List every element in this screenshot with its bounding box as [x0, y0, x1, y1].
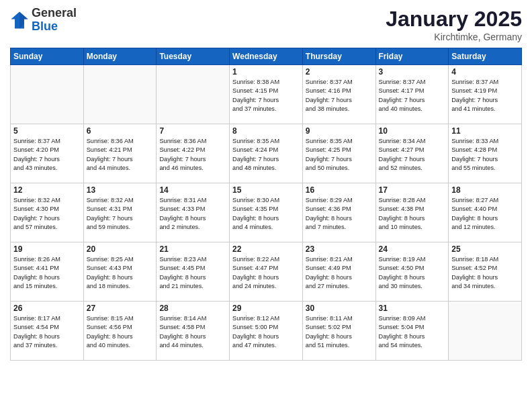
day-number: 9 [306, 126, 373, 136]
calendar-cell: 2Sunrise: 8:37 AM Sunset: 4:16 PM Daylig… [302, 65, 375, 124]
location: Kirchtimke, Germany [386, 32, 522, 42]
calendar-week-1: 5Sunrise: 8:37 AM Sunset: 4:20 PM Daylig… [11, 124, 522, 183]
calendar-cell [449, 302, 522, 361]
logo-icon [10, 11, 29, 30]
logo: General Blue [10, 7, 77, 34]
day-info: Sunrise: 8:11 AM Sunset: 5:02 PM Dayligh… [306, 314, 373, 350]
day-number: 24 [379, 244, 446, 254]
day-info: Sunrise: 8:17 AM Sunset: 4:54 PM Dayligh… [13, 314, 81, 350]
day-number: 13 [87, 185, 154, 195]
calendar-cell [11, 65, 84, 124]
day-number: 12 [13, 185, 81, 195]
day-number: 4 [451, 67, 519, 77]
day-number: 20 [87, 244, 154, 254]
calendar-cell: 18Sunrise: 8:27 AM Sunset: 4:40 PM Dayli… [449, 183, 522, 242]
calendar-cell: 8Sunrise: 8:35 AM Sunset: 4:24 PM Daylig… [230, 124, 303, 183]
day-info: Sunrise: 8:32 AM Sunset: 4:30 PM Dayligh… [13, 196, 81, 232]
calendar-cell: 19Sunrise: 8:26 AM Sunset: 4:41 PM Dayli… [11, 242, 84, 302]
weekday-wednesday: Wednesday [230, 48, 303, 65]
calendar-cell [157, 65, 230, 124]
day-info: Sunrise: 8:38 AM Sunset: 4:15 PM Dayligh… [232, 78, 300, 113]
calendar-cell: 20Sunrise: 8:25 AM Sunset: 4:43 PM Dayli… [83, 242, 157, 302]
day-info: Sunrise: 8:25 AM Sunset: 4:43 PM Dayligh… [87, 255, 154, 291]
calendar-cell: 24Sunrise: 8:19 AM Sunset: 4:50 PM Dayli… [375, 242, 449, 302]
day-number: 28 [159, 304, 226, 313]
calendar-cell: 26Sunrise: 8:17 AM Sunset: 4:54 PM Dayli… [11, 302, 84, 361]
day-number: 16 [306, 185, 373, 195]
calendar-week-4: 26Sunrise: 8:17 AM Sunset: 4:54 PM Dayli… [11, 302, 522, 361]
logo-text: General Blue [32, 7, 77, 34]
day-number: 2 [306, 67, 373, 77]
calendar-week-2: 12Sunrise: 8:32 AM Sunset: 4:30 PM Dayli… [11, 183, 522, 242]
weekday-saturday: Saturday [449, 48, 522, 65]
page-container: General Blue January 2025 Kirchtimke, Ge… [0, 0, 532, 367]
day-info: Sunrise: 8:26 AM Sunset: 4:41 PM Dayligh… [13, 255, 81, 291]
day-info: Sunrise: 8:36 AM Sunset: 4:22 PM Dayligh… [159, 137, 226, 173]
logo-blue: Blue [32, 20, 77, 34]
day-number: 30 [306, 304, 373, 313]
day-number: 15 [232, 185, 300, 195]
day-info: Sunrise: 8:35 AM Sunset: 4:24 PM Dayligh… [232, 137, 300, 173]
calendar: SundayMondayTuesdayWednesdayThursdayFrid… [10, 48, 522, 361]
day-info: Sunrise: 8:37 AM Sunset: 4:17 PM Dayligh… [379, 78, 446, 113]
day-number: 17 [379, 185, 446, 195]
calendar-cell: 22Sunrise: 8:22 AM Sunset: 4:47 PM Dayli… [230, 242, 303, 302]
calendar-cell: 23Sunrise: 8:21 AM Sunset: 4:49 PM Dayli… [302, 242, 375, 302]
day-number: 14 [159, 185, 226, 195]
day-info: Sunrise: 8:12 AM Sunset: 5:00 PM Dayligh… [232, 314, 300, 350]
calendar-cell: 31Sunrise: 8:09 AM Sunset: 5:04 PM Dayli… [375, 302, 449, 361]
day-number: 23 [306, 244, 373, 254]
calendar-cell: 15Sunrise: 8:30 AM Sunset: 4:35 PM Dayli… [230, 183, 303, 242]
day-info: Sunrise: 8:22 AM Sunset: 4:47 PM Dayligh… [232, 255, 300, 291]
title-block: January 2025 Kirchtimke, Germany [386, 7, 522, 42]
calendar-cell: 13Sunrise: 8:32 AM Sunset: 4:31 PM Dayli… [83, 183, 157, 242]
calendar-cell: 12Sunrise: 8:32 AM Sunset: 4:30 PM Dayli… [11, 183, 84, 242]
day-info: Sunrise: 8:32 AM Sunset: 4:31 PM Dayligh… [87, 196, 154, 232]
day-info: Sunrise: 8:18 AM Sunset: 4:52 PM Dayligh… [451, 255, 519, 291]
day-info: Sunrise: 8:37 AM Sunset: 4:16 PM Dayligh… [306, 78, 373, 113]
day-number: 10 [379, 126, 446, 136]
weekday-sunday: Sunday [11, 48, 84, 65]
weekday-thursday: Thursday [302, 48, 375, 65]
calendar-body: 1Sunrise: 8:38 AM Sunset: 4:15 PM Daylig… [11, 65, 522, 361]
day-number: 29 [232, 304, 300, 313]
weekday-tuesday: Tuesday [157, 48, 230, 65]
day-info: Sunrise: 8:21 AM Sunset: 4:49 PM Dayligh… [306, 255, 373, 291]
day-number: 1 [232, 67, 300, 77]
header: General Blue January 2025 Kirchtimke, Ge… [10, 7, 522, 42]
calendar-cell: 10Sunrise: 8:34 AM Sunset: 4:27 PM Dayli… [375, 124, 449, 183]
day-info: Sunrise: 8:34 AM Sunset: 4:27 PM Dayligh… [379, 137, 446, 173]
calendar-cell: 29Sunrise: 8:12 AM Sunset: 5:00 PM Dayli… [230, 302, 303, 361]
day-number: 7 [159, 126, 226, 136]
day-number: 26 [13, 304, 81, 313]
calendar-cell: 28Sunrise: 8:14 AM Sunset: 4:58 PM Dayli… [157, 302, 230, 361]
calendar-header: SundayMondayTuesdayWednesdayThursdayFrid… [11, 48, 522, 65]
calendar-cell: 11Sunrise: 8:33 AM Sunset: 4:28 PM Dayli… [449, 124, 522, 183]
month-title: January 2025 [386, 7, 522, 32]
day-number: 22 [232, 244, 300, 254]
day-info: Sunrise: 8:29 AM Sunset: 4:36 PM Dayligh… [306, 196, 373, 232]
calendar-week-0: 1Sunrise: 8:38 AM Sunset: 4:15 PM Daylig… [11, 65, 522, 124]
day-number: 5 [13, 126, 81, 136]
day-info: Sunrise: 8:09 AM Sunset: 5:04 PM Dayligh… [379, 314, 446, 350]
calendar-cell: 7Sunrise: 8:36 AM Sunset: 4:22 PM Daylig… [157, 124, 230, 183]
calendar-cell: 1Sunrise: 8:38 AM Sunset: 4:15 PM Daylig… [230, 65, 303, 124]
day-info: Sunrise: 8:37 AM Sunset: 4:20 PM Dayligh… [13, 137, 81, 173]
calendar-cell: 5Sunrise: 8:37 AM Sunset: 4:20 PM Daylig… [11, 124, 84, 183]
day-info: Sunrise: 8:28 AM Sunset: 4:38 PM Dayligh… [379, 196, 446, 232]
calendar-cell: 16Sunrise: 8:29 AM Sunset: 4:36 PM Dayli… [302, 183, 375, 242]
calendar-cell [83, 65, 157, 124]
calendar-cell: 6Sunrise: 8:36 AM Sunset: 4:21 PM Daylig… [83, 124, 157, 183]
day-info: Sunrise: 8:19 AM Sunset: 4:50 PM Dayligh… [379, 255, 446, 291]
day-info: Sunrise: 8:14 AM Sunset: 4:58 PM Dayligh… [159, 314, 226, 350]
day-number: 11 [451, 126, 519, 136]
day-info: Sunrise: 8:15 AM Sunset: 4:56 PM Dayligh… [87, 314, 154, 350]
calendar-week-3: 19Sunrise: 8:26 AM Sunset: 4:41 PM Dayli… [11, 242, 522, 302]
calendar-cell: 9Sunrise: 8:35 AM Sunset: 4:25 PM Daylig… [302, 124, 375, 183]
day-number: 31 [379, 304, 446, 313]
weekday-friday: Friday [375, 48, 449, 65]
day-info: Sunrise: 8:27 AM Sunset: 4:40 PM Dayligh… [451, 196, 519, 232]
weekday-header-row: SundayMondayTuesdayWednesdayThursdayFrid… [11, 48, 522, 65]
day-info: Sunrise: 8:33 AM Sunset: 4:28 PM Dayligh… [451, 137, 519, 173]
logo-general: General [32, 7, 77, 20]
